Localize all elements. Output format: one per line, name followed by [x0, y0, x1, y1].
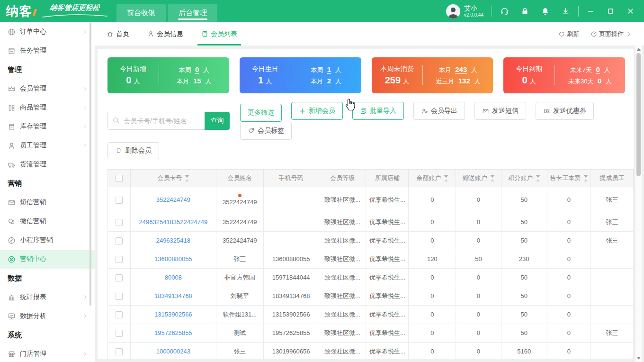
page-action-0[interactable]: 刷新 — [558, 30, 579, 38]
cell-staff: 张三 — [591, 187, 634, 213]
select-all-checkbox[interactable] — [116, 175, 123, 182]
goods-icon — [8, 104, 16, 112]
cell-staff — [591, 268, 634, 287]
row-checkbox[interactable] — [116, 256, 123, 263]
sort-icon[interactable] — [185, 175, 189, 181]
scroll-up-icon[interactable] — [637, 48, 641, 51]
column-header-card[interactable]: 会员卡号 — [130, 169, 216, 187]
sidebar-item-5[interactable]: 库存管理 — [0, 117, 95, 136]
sidebar-item-3[interactable]: 会员管理 — [0, 79, 95, 98]
table-row: 35224247493522424749致强社区微...优享希悦生...0050… — [108, 187, 634, 213]
row-checkbox[interactable] — [116, 197, 123, 204]
search-input[interactable] — [107, 112, 205, 130]
scrollbar-thumb[interactable] — [636, 53, 641, 176]
member-card-link[interactable]: 1000000243 — [156, 348, 190, 355]
delete-member-button[interactable]: 删除会员 — [107, 142, 159, 159]
cell-gift: 0 — [456, 231, 501, 250]
user-block[interactable]: 艾小 v2.0.0.44 — [446, 4, 483, 18]
titlebar-divider — [578, 6, 579, 17]
member-card-link[interactable]: 80008 — [165, 274, 182, 281]
add-member-button[interactable]: 新增会员 — [291, 102, 343, 120]
column-header-points[interactable]: 积分账户 — [501, 169, 547, 187]
member-card-link[interactable]: 2496325418 — [156, 237, 190, 244]
maximize-button[interactable] — [607, 7, 615, 15]
sidebar-item-17[interactable]: 门店管理 — [0, 344, 95, 362]
gauge-icon — [590, 31, 597, 37]
row-checkbox[interactable] — [116, 237, 123, 244]
page-tab-2[interactable]: 会员列表 — [201, 22, 237, 45]
batch-import-button[interactable]: 批量导入 — [352, 102, 404, 120]
page-tabs: 首页会员信息会员列表 — [107, 22, 255, 45]
member-name: 3522424749 — [216, 187, 263, 213]
sidebar-item-12[interactable]: 营销中心 — [0, 250, 95, 269]
page-tab-1[interactable]: 会员信息 — [147, 22, 183, 45]
cell-balance: 0 — [409, 213, 456, 231]
task-icon — [8, 47, 16, 55]
chevron-right-icon — [82, 29, 88, 35]
chevron-right-icon — [82, 294, 88, 300]
sort-icon[interactable] — [536, 175, 540, 181]
sidebar-item-6[interactable]: 员工管理 — [0, 136, 95, 155]
sidebar-scrollbar[interactable] — [89, 22, 91, 306]
service-icon[interactable] — [500, 7, 509, 16]
search-button[interactable]: 查询 — [205, 112, 230, 130]
import-icon — [360, 108, 367, 115]
stat-subrow: 本月 243 人 — [423, 64, 493, 75]
cell-gift: 0 — [456, 305, 501, 324]
store-icon — [8, 350, 16, 358]
nav-tab-0[interactable]: 前台收银 — [116, 4, 166, 22]
bell-icon[interactable] — [541, 7, 550, 16]
member-card-link[interactable]: 13153902566 — [154, 311, 192, 318]
cell-staff: 张三 — [591, 213, 634, 231]
member-card-link[interactable]: 18349134768 — [154, 292, 192, 299]
window-controls — [587, 7, 635, 15]
row-checkbox[interactable] — [116, 219, 123, 226]
sidebar-item-11[interactable]: 小程序营销 — [0, 231, 95, 250]
row-checkbox[interactable] — [116, 293, 123, 300]
stat-subrow: 未来7天 0 人 — [555, 64, 625, 75]
stat-value: 0人 — [107, 75, 159, 86]
page-tab-0[interactable]: 首页 — [107, 22, 129, 45]
sidebar-item-0[interactable]: 订单中心 — [0, 22, 95, 41]
stat-title: 今日新增 — [107, 65, 159, 73]
scroll-down-icon[interactable] — [637, 357, 641, 360]
trash-icon — [115, 147, 122, 154]
sidebar-item-14[interactable]: 统计报表 — [0, 288, 95, 307]
chevron-right-icon — [82, 124, 88, 129]
member-card-link[interactable]: 19572625855 — [154, 329, 192, 336]
member-tag-button[interactable]: 会员标签 — [240, 122, 292, 140]
column-header-gift[interactable]: 赠送账户 — [456, 169, 501, 187]
sidebar-item-10[interactable]: 微信营销 — [0, 212, 95, 231]
sidebar-item-7[interactable]: 货流管理 — [0, 155, 95, 174]
column-header-fee[interactable]: 售卡工本费 — [547, 169, 591, 187]
row-checkbox[interactable] — [116, 330, 123, 337]
lock-icon[interactable] — [520, 7, 529, 16]
cell-store: 优享希悦生... — [366, 268, 409, 287]
row-checkbox[interactable] — [116, 348, 123, 355]
send-coupon-button[interactable]: 发送优惠券 — [536, 102, 594, 120]
member-card-link[interactable]: 24963254183522424749 — [139, 218, 208, 226]
export-member-button[interactable]: 会员导出 — [413, 102, 465, 120]
row-checkbox[interactable] — [116, 311, 123, 318]
member-card-link[interactable]: 13600880055 — [154, 255, 192, 262]
sidebar-item-1[interactable]: 任务管理 — [0, 41, 95, 60]
sort-icon[interactable] — [584, 175, 588, 181]
minimize-button[interactable] — [587, 7, 595, 15]
column-header-balance[interactable]: 余额账户 — [409, 169, 456, 187]
sidebar-item-9[interactable]: 短信营销 — [0, 193, 95, 212]
cell-balance: 0 — [409, 287, 456, 305]
send-sms-button[interactable]: 发送短信 — [474, 102, 526, 120]
sidebar-item-15[interactable]: 数据分析 — [0, 307, 95, 326]
main-scrollbar[interactable] — [635, 45, 642, 362]
more-filter-button[interactable]: 更多筛选 — [240, 104, 282, 122]
row-checkbox[interactable] — [116, 274, 123, 281]
member-card-link[interactable]: 3522424749 — [156, 196, 190, 203]
sidebar-item-4[interactable]: 商品管理 — [0, 98, 95, 117]
stat-card-0: 今日新增 0人 本周 0 人本月 15 人 — [107, 57, 229, 93]
sort-icon[interactable] — [444, 175, 448, 181]
close-button[interactable] — [626, 7, 635, 15]
page-action-1[interactable]: 页面操作 — [590, 30, 632, 38]
nav-tab-1[interactable]: 后台管理 — [168, 4, 217, 22]
download-icon[interactable] — [561, 7, 570, 16]
sort-icon[interactable] — [491, 175, 494, 181]
